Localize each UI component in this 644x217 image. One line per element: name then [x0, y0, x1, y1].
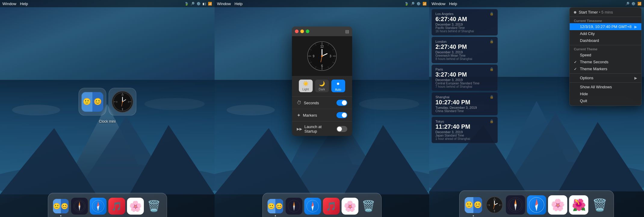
dock-finder-2[interactable]: 🙂 😊	[267, 198, 284, 215]
show-all-windows-row[interactable]: Show All Windows	[570, 83, 641, 90]
menubar-right-1: 🍃 🔎 ⚙️ ▮▯ 📶	[184, 2, 212, 6]
menubar-1: Window Help 🍃 🔎 ⚙️ ▮▯ 📶	[0, 0, 215, 7]
menubar-icon-3b: ⚙️	[631, 2, 636, 6]
dock-3: 🙂 😊 12 3 6 9	[459, 190, 614, 217]
city-card-shanghai[interactable]: Shanghai 🔒 10:27:40 PM Tuesday, December…	[432, 92, 498, 115]
city-card-london[interactable]: London 🔒 2:27:40 PM December 3, 2019 Gre…	[432, 37, 498, 63]
seconds-label: Seconds	[304, 101, 334, 105]
app-group: 🙂 😊 12 3	[79, 88, 136, 124]
theme-seconds-row[interactable]: ✓ Theme Seconds	[570, 58, 641, 65]
startup-label: Launch at Startup	[305, 124, 334, 134]
theme-btn-dark[interactable]: 🌙 Dark	[315, 80, 329, 92]
city-time-london: 2:27:40 PM	[435, 43, 494, 50]
city-card-la[interactable]: Los Angeles 🔒 6:27:40 AM December 3, 201…	[432, 9, 498, 36]
city-date-tokyo: December 3, 2019	[435, 130, 494, 134]
city-name-paris: Paris	[435, 68, 443, 71]
theme-markers-row[interactable]: ✓ Theme Markers	[570, 65, 641, 72]
menubar-icon-circle: ⚙️	[197, 2, 201, 6]
timer-dot	[574, 11, 576, 14]
menubar-3: Window Help 🔎 ⚙️ 📶	[429, 0, 644, 7]
lock-icon-paris: 🔒	[490, 67, 494, 71]
sep-4	[570, 82, 641, 83]
dock-trash-2[interactable]: 🗑️	[360, 198, 377, 215]
theme-btn-auto[interactable]: ● Auto	[331, 80, 345, 92]
dashboard-row[interactable]: Dashboard	[570, 37, 641, 44]
current-tz-value: 12/3/19, 10:27:40 PM GMT+8	[580, 24, 632, 29]
music-note-2: 🎵	[326, 201, 336, 211]
dock-trash-1[interactable]: 🗑️	[146, 198, 163, 215]
city-card-paris[interactable]: Paris 🔒 3:27:40 PM December 3, 2019 Cent…	[432, 64, 498, 91]
menu-help-2[interactable]: Help	[234, 2, 243, 6]
finder-icon-2: 🙂 😊	[268, 199, 283, 213]
dock-finder-3[interactable]: 🙂 😊	[464, 195, 483, 215]
window-list-icon[interactable]: ▤	[345, 29, 349, 34]
dock-flower-3a[interactable]: 🌸	[548, 195, 567, 215]
flower-symbol: 🌸	[129, 200, 142, 212]
city-header-la: Los Angeles 🔒	[435, 12, 494, 16]
city-time-shanghai: 10:27:40 PM	[435, 99, 494, 106]
dock-compass-1[interactable]	[71, 198, 88, 215]
menu-help-1[interactable]: Help	[20, 2, 28, 6]
dock-safari-2[interactable]	[304, 198, 321, 215]
compass-icon	[73, 200, 86, 213]
theme-btn-light[interactable]: ☀️ Light	[299, 80, 313, 92]
quit-row[interactable]: Quit	[570, 97, 641, 104]
dock-compass-2[interactable]	[286, 198, 302, 215]
add-city-row[interactable]: Add City	[570, 30, 641, 37]
dock-safari-3[interactable]	[527, 195, 546, 215]
clock-app-tile[interactable]: 12 3 6 9	[109, 88, 136, 116]
menu-window-3[interactable]: Window	[432, 2, 445, 6]
menu-window-1[interactable]: Window	[2, 2, 16, 6]
dock-flower-2[interactable]: 🌸	[342, 198, 358, 215]
svg-point-6	[12, 105, 60, 115]
traffic-min-btn[interactable]	[300, 30, 304, 33]
current-tz-row[interactable]: 12/3/19, 10:27:40 PM GMT+8 ▶	[570, 23, 641, 30]
traffic-max-btn[interactable]	[306, 30, 309, 33]
startup-toggle[interactable]	[336, 126, 347, 132]
svg-point-37	[227, 105, 275, 115]
dock-finder-dot	[60, 215, 61, 216]
theme-speed-row[interactable]: Speed	[570, 52, 641, 58]
dock-finder-dot-2	[275, 215, 276, 216]
city-card-tokyo[interactable]: Tokyo 🔒 11:27:40 PM December 3, 2019 Jap…	[432, 117, 498, 143]
svg-point-64	[293, 206, 295, 207]
markers-toggle-knob	[342, 113, 347, 118]
seconds-toggle[interactable]	[336, 100, 347, 106]
city-tz-la: Pacific Standard Time	[435, 26, 494, 30]
svg-text:3: 3	[499, 204, 500, 206]
seconds-icon: ⏱	[297, 100, 302, 105]
dock-flower-1[interactable]: 🌸	[127, 198, 144, 215]
traffic-close-btn[interactable]	[295, 30, 299, 33]
menu-window-2[interactable]: Window	[217, 2, 231, 6]
hide-label: Hide	[580, 92, 588, 96]
clock-preview-face: 12 3 6 9	[307, 41, 337, 71]
menubar-left-2: Window Help	[217, 2, 243, 6]
safari-icon-3	[528, 197, 545, 213]
dock-compass-3[interactable]	[506, 195, 525, 215]
finder-right-half: 😊	[61, 199, 69, 213]
markers-toggle[interactable]	[336, 112, 347, 118]
finder-tile[interactable]: 🙂 😊	[79, 88, 106, 116]
dock-music-2[interactable]: 🎵	[323, 198, 340, 215]
svg-text:6: 6	[122, 108, 123, 110]
hide-row[interactable]: Hide	[570, 90, 641, 97]
finder-dock-icon: 🙂 😊	[53, 199, 69, 213]
dock-clock-3[interactable]: 12 3 6 9	[485, 195, 504, 215]
city-name-tokyo: Tokyo	[435, 120, 444, 123]
dock-music-1[interactable]: 🎵	[108, 198, 125, 215]
svg-text:6: 6	[321, 64, 323, 68]
city-cards: Los Angeles 🔒 6:27:40 AM December 3, 201…	[432, 9, 498, 144]
dock-finder-1[interactable]: 🙂 😊	[52, 198, 69, 215]
city-tz-paris: Central European Standard Time	[435, 82, 494, 85]
dock-trash-3[interactable]: 🗑️	[590, 195, 609, 215]
menubar-battery: ▮▯	[203, 2, 206, 5]
timer-row[interactable]: Start Timer • 5 mins	[570, 9, 641, 16]
timer-suffix: • 5 mins	[599, 10, 613, 14]
theme-markers-label: Theme Markers	[580, 67, 607, 71]
options-row[interactable]: Options ▶	[570, 74, 641, 81]
city-time-tokyo: 11:27:40 PM	[435, 123, 494, 130]
dock-flower-3b[interactable]: 🌺	[569, 195, 588, 215]
menu-help-3[interactable]: Help	[449, 2, 457, 6]
clock-dock-icon: 12 3 6 9	[486, 196, 503, 214]
dock-safari-1[interactable]	[90, 198, 107, 215]
